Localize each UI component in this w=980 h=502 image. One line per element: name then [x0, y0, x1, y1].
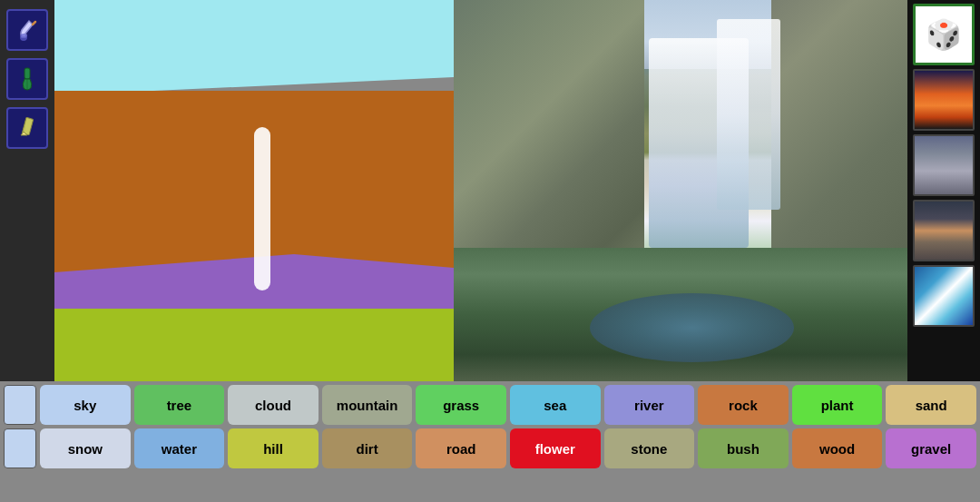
label-dirt[interactable]: dirt	[322, 428, 413, 468]
label-sky[interactable]: sky	[40, 385, 131, 425]
thumbnail-clouds[interactable]	[913, 134, 975, 196]
label-sea[interactable]: sea	[510, 385, 601, 425]
label-cloud[interactable]: cloud	[228, 385, 318, 425]
label-grass[interactable]: grass	[416, 385, 506, 425]
main-area: 🎲	[0, 0, 980, 381]
svg-rect-1	[24, 68, 30, 79]
labels-area: sky tree cloud mountain grass sea river …	[0, 381, 980, 502]
pencil-tool[interactable]	[6, 107, 48, 149]
waterfall-stroke	[254, 127, 270, 290]
thumbnails-sidebar: 🎲	[907, 0, 980, 381]
color-swatch-2[interactable]	[4, 428, 36, 468]
photo-pool	[590, 293, 794, 362]
thumbnail-dark-sky[interactable]	[913, 200, 975, 261]
label-flower[interactable]: flower	[510, 428, 601, 468]
reference-photo	[454, 0, 907, 381]
label-road[interactable]: road	[416, 428, 506, 468]
label-tree[interactable]: tree	[134, 385, 225, 425]
label-snow[interactable]: snow	[40, 428, 131, 468]
thumbnail-wave[interactable]	[913, 265, 975, 327]
label-mountain[interactable]: mountain	[322, 385, 413, 425]
thumbnail-sunset[interactable]	[913, 69, 975, 131]
label-gravel[interactable]: gravel	[886, 428, 976, 468]
svg-line-0	[33, 22, 35, 25]
label-bush[interactable]: bush	[698, 428, 789, 468]
label-stone[interactable]: stone	[604, 428, 695, 468]
bucket-tool[interactable]	[6, 9, 48, 51]
brush-tool[interactable]	[6, 58, 48, 100]
label-hill[interactable]: hill	[228, 428, 318, 468]
labels-row-1: sky tree cloud mountain grass sea river …	[4, 385, 976, 425]
label-plant[interactable]: plant	[792, 385, 883, 425]
label-river[interactable]: river	[604, 385, 695, 425]
photo-waterfall-right	[717, 19, 780, 210]
label-rock[interactable]: rock	[698, 385, 789, 425]
photo-cliff-right	[771, 0, 907, 286]
label-water[interactable]: water	[134, 428, 225, 468]
thumbnail-dice[interactable]: 🎲	[913, 4, 975, 65]
photo-background	[454, 0, 907, 381]
canvas-drawing	[54, 0, 454, 381]
toolbar	[0, 0, 54, 381]
label-sand[interactable]: sand	[886, 385, 976, 425]
labels-row-2: snow water hill dirt road flower stone b…	[4, 428, 976, 468]
label-wood[interactable]: wood	[792, 428, 883, 468]
drawing-canvas[interactable]	[54, 0, 454, 381]
color-swatch[interactable]	[4, 385, 36, 425]
